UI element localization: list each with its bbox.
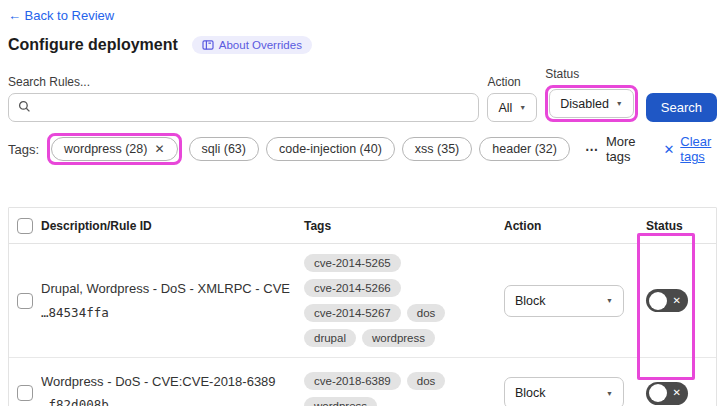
rule-tag: dos: [407, 304, 446, 322]
status-dropdown[interactable]: Disabled ▼: [549, 89, 634, 118]
status-dropdown-highlight: Disabled ▼: [545, 85, 638, 122]
search-icon: [18, 100, 31, 116]
status-toggle[interactable]: ✕: [646, 289, 688, 312]
search-rules-label: Search Rules...: [8, 75, 479, 89]
toggle-x-icon: ✕: [673, 388, 681, 398]
book-icon: [202, 39, 214, 51]
remove-tag-icon[interactable]: ✕: [154, 142, 164, 156]
action-label: Action: [487, 75, 537, 89]
filter-row: Search Rules... Action All ▼ Status Disa…: [8, 67, 717, 122]
back-to-review-link[interactable]: ← Back to Review: [8, 8, 114, 23]
action-select-value: Block: [515, 294, 546, 308]
rule-description: Drupal, Wordpress - DoS - XMLRPC - CVE:C…: [41, 281, 290, 298]
col-header-tags: Tags: [304, 219, 504, 233]
rule-tag: cve-2014-5266: [304, 279, 401, 297]
rule-tag: dos: [407, 372, 446, 390]
tags-bar: Tags: wordpress (28) ✕ sqli (63) code-in…: [8, 133, 717, 165]
action-dropdown-value: All: [498, 101, 512, 115]
action-select[interactable]: Block ▼: [504, 285, 624, 317]
more-tags-label: More tags: [606, 134, 640, 164]
col-header-status: Status: [636, 219, 716, 233]
selected-tag-highlight: wordpress (28) ✕: [47, 133, 181, 165]
tag-pill-code-injection[interactable]: code-injection (40): [266, 137, 395, 161]
rule-id: …84534ffa: [41, 305, 290, 320]
col-header-description: Description/Rule ID: [41, 219, 304, 233]
rule-tag: cve-2014-5265: [304, 254, 401, 272]
search-rules-input[interactable]: [37, 100, 469, 115]
action-dropdown[interactable]: All ▼: [487, 93, 537, 122]
action-select[interactable]: Block ▼: [504, 377, 624, 406]
more-tags-button[interactable]: ⋯ More tags: [585, 134, 640, 164]
rule-id: …f82d008b: [41, 397, 290, 406]
table-header-row: Description/Rule ID Tags Action Status: [9, 208, 716, 244]
rule-tags: cve-2018-6389 dos wordpress: [304, 362, 504, 406]
page-header: Configure deployment About Overrides: [8, 36, 717, 54]
status-label: Status: [545, 67, 638, 81]
clear-x-icon: ✕: [663, 142, 674, 157]
rule-tag: wordpress: [304, 397, 377, 406]
chevron-down-icon: ▼: [616, 100, 623, 107]
rule-tag: cve-2014-5267: [304, 304, 401, 322]
rule-description: Wordpress - DoS - CVE:CVE-2018-6389: [41, 374, 290, 391]
tag-pill-header[interactable]: header (32): [479, 137, 570, 161]
toggle-knob: [649, 384, 667, 402]
clear-tags-label: Clear tags: [680, 134, 717, 164]
rule-tags: cve-2014-5265 cve-2014-5266 cve-2014-526…: [304, 244, 504, 357]
chevron-down-icon: ▼: [606, 390, 613, 397]
action-select-value: Block: [515, 386, 546, 400]
select-all-checkbox[interactable]: [17, 218, 33, 234]
chevron-down-icon: ▼: [519, 104, 526, 111]
tag-pill-xss[interactable]: xss (35): [402, 137, 472, 161]
tags-label: Tags:: [8, 142, 39, 157]
page-title: Configure deployment: [8, 36, 178, 54]
search-box[interactable]: [8, 93, 479, 122]
row-checkbox[interactable]: [17, 293, 33, 309]
tag-pill-sqli[interactable]: sqli (63): [189, 137, 259, 161]
rules-table: Description/Rule ID Tags Action Status D…: [8, 207, 717, 406]
rule-tag: wordpress: [362, 329, 435, 347]
tag-pill-wordpress[interactable]: wordpress (28) ✕: [51, 137, 177, 161]
about-overrides-label: About Overrides: [219, 39, 302, 51]
col-header-action: Action: [504, 219, 636, 233]
rule-tag: cve-2018-6389: [304, 372, 401, 390]
chevron-down-icon: ▼: [606, 297, 613, 304]
table-row: Drupal, Wordpress - DoS - XMLRPC - CVE:C…: [9, 244, 716, 358]
status-toggle[interactable]: ✕: [646, 382, 688, 405]
status-dropdown-value: Disabled: [560, 97, 609, 111]
ellipsis-icon: ⋯: [585, 142, 599, 157]
row-checkbox[interactable]: [17, 385, 33, 401]
tag-pill-label: wordpress (28): [64, 142, 147, 156]
search-button[interactable]: Search: [646, 93, 717, 122]
clear-tags-button[interactable]: ✕ Clear tags: [663, 134, 717, 164]
toggle-x-icon: ✕: [673, 296, 681, 306]
about-overrides-badge[interactable]: About Overrides: [192, 36, 312, 54]
table-row: Wordpress - DoS - CVE:CVE-2018-6389 …f82…: [9, 358, 716, 406]
rule-tag: drupal: [304, 329, 356, 347]
toggle-knob: [649, 292, 667, 310]
